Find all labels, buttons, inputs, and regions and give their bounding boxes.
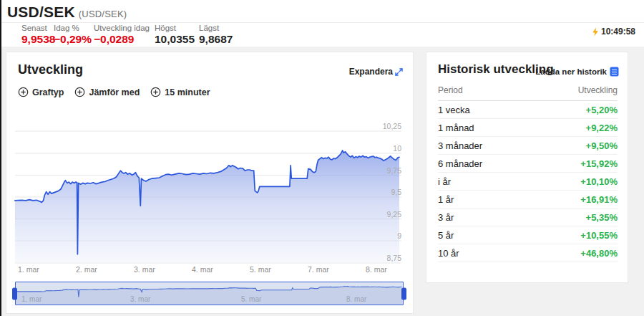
compare-label: Jämför med — [89, 87, 140, 97]
chart-toolbar: Graftyp Jämför med 15 minuter — [18, 87, 210, 97]
navigator-label: 1. mar — [21, 295, 42, 303]
col-period-header: Period — [438, 85, 463, 95]
x-axis-label: 8. mar — [366, 265, 387, 274]
expand-label: Expandera — [349, 67, 393, 77]
stat-value: −0,29% — [54, 33, 92, 46]
stat-utveckling-idag: Utveckling idag −0,0289 — [94, 24, 150, 46]
stat-hogst: Högst 10,0355 — [155, 24, 195, 46]
navigator-label: 3. mar — [130, 295, 150, 303]
history-panel: Historisk utveckling Ladda ner historik … — [426, 52, 628, 283]
x-axis-label: 5. mar — [250, 265, 271, 274]
stat-idag-pct: Idag % −0,29% — [54, 24, 92, 46]
header-divider — [0, 22, 644, 23]
lightning-icon — [592, 27, 599, 37]
chart-panel-title: Utveckling — [18, 62, 83, 77]
page-title: USD/SEK(USD/SEK) — [7, 4, 127, 21]
charttype-label: Graftyp — [32, 87, 64, 97]
value-cell: +16,91% — [580, 194, 618, 205]
x-axis-label: 3. mar — [134, 265, 155, 274]
value-cell: +5,35% — [586, 212, 618, 223]
stat-label: Högst — [155, 24, 195, 32]
navigator-label: 5. mar — [241, 295, 261, 303]
download-history-link[interactable]: Ladda ner historik — [535, 67, 619, 77]
instrument-ticker: (USD/SEK) — [79, 9, 127, 19]
navigator-handle-left[interactable] — [12, 287, 17, 300]
stat-value: 9,9538 — [21, 33, 55, 46]
value-cell: +9,22% — [586, 123, 618, 133]
circle-plus-icon — [150, 87, 161, 97]
interval-button[interactable]: 15 minuter — [150, 87, 210, 97]
stat-label: Lägst — [199, 24, 233, 32]
y-axis-label: 9,75 — [369, 166, 401, 175]
table-row: 10 år +46,80% — [438, 244, 618, 262]
table-row: 1 månad +9,22% — [438, 119, 618, 137]
table-row: i år +10,10% — [438, 173, 618, 191]
stat-label: Senast — [21, 24, 55, 32]
period-cell: 1 månad — [438, 123, 474, 133]
period-cell: i år — [438, 176, 451, 187]
table-row: 5 år +10,55% — [438, 226, 618, 244]
stat-value: 10,0355 — [155, 33, 195, 46]
period-cell: 1 år — [438, 194, 454, 205]
instrument-name: USD/SEK — [7, 4, 75, 20]
col-utveckling-header: Utveckling — [578, 85, 618, 95]
y-axis-label: 10 — [369, 144, 401, 153]
period-cell: 1 vecka — [438, 105, 470, 115]
value-cell: +10,55% — [580, 230, 618, 241]
download-history-label: Ladda ner historik — [535, 67, 607, 76]
x-axis-label: 2. mar — [76, 265, 97, 274]
charttype-button[interactable]: Graftyp — [18, 87, 64, 97]
instrument-header: USD/SEK(USD/SEK) Senast 9,9538 Idag % −0… — [0, 0, 644, 47]
period-cell: 10 år — [438, 248, 459, 259]
price-chart[interactable] — [8, 107, 406, 267]
y-axis-label: 8,75 — [369, 254, 401, 262]
stat-value: −0,0289 — [94, 33, 150, 46]
price-area — [15, 150, 399, 263]
table-row: 1 vecka +5,20% — [438, 101, 618, 119]
quote-timestamp: 10:49:58 — [592, 27, 635, 37]
navigator-label: 8. mar — [346, 295, 366, 303]
period-cell: 3 månader — [438, 140, 482, 151]
period-cell: 6 månader — [438, 158, 482, 169]
stat-lagst: Lägst 9,8687 — [199, 24, 233, 46]
table-row: 1 år +16,91% — [438, 191, 618, 209]
x-axis-label: 4. mar — [192, 265, 213, 274]
table-row: 6 månader +15,92% — [438, 155, 618, 173]
table-row: 3 månader +9,50% — [438, 137, 618, 155]
circle-plus-icon — [18, 87, 29, 97]
stat-label: Utveckling idag — [94, 24, 150, 32]
x-axis-label: 1. mar — [18, 265, 39, 274]
circle-plus-icon — [74, 87, 85, 97]
value-cell: +10,10% — [580, 176, 618, 187]
x-axis-label: 7. mar — [308, 265, 329, 274]
navigator-handle-right[interactable] — [401, 287, 406, 300]
history-table-header: Period Utveckling — [438, 85, 618, 95]
value-cell: +9,50% — [586, 140, 618, 151]
chart-panel: Utveckling Expandera Graftyp Jämfö — [6, 52, 414, 314]
history-table: 1 vecka +5,20% 1 månad +9,22% 3 månader … — [438, 101, 618, 262]
interval-label: 15 minuter — [165, 87, 210, 97]
stat-senast: Senast 9,9538 — [21, 24, 55, 46]
period-cell: 5 år — [438, 230, 454, 241]
stat-label: Idag % — [54, 24, 92, 32]
value-cell: +46,80% — [580, 248, 618, 259]
period-cell: 3 år — [438, 212, 454, 223]
document-download-icon — [610, 67, 619, 77]
y-axis-label: 9 — [369, 231, 401, 240]
y-axis-label: 9,25 — [369, 210, 401, 219]
value-cell: +5,20% — [586, 105, 618, 115]
y-axis-label: 9,5 — [369, 188, 401, 196]
window-edge — [0, 0, 1, 316]
range-navigator[interactable]: 1. mar 3. mar 5. mar 8. mar — [15, 282, 404, 305]
navigator-chart — [16, 282, 403, 305]
value-cell: +15,92% — [580, 158, 618, 169]
compare-button[interactable]: Jämför med — [74, 87, 140, 97]
stat-value: 9,8687 — [199, 33, 233, 46]
quote-time-text: 10:49:58 — [601, 27, 635, 37]
table-row: 3 år +5,35% — [438, 209, 618, 226]
y-axis-label: 10,25 — [369, 122, 401, 130]
expand-arrows-icon — [395, 68, 403, 76]
expand-button[interactable]: Expandera — [349, 67, 403, 77]
